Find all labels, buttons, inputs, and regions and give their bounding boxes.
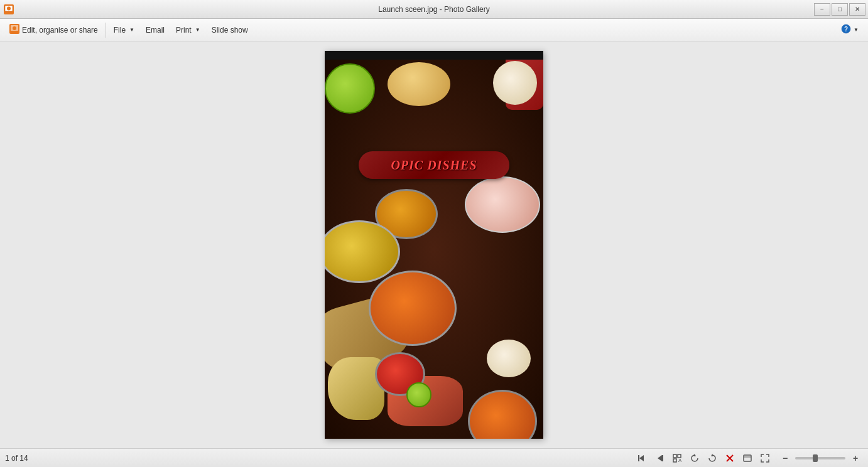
window-controls: − □ ✕	[814, 3, 865, 16]
file-label: File	[114, 26, 126, 35]
rotate-left-button[interactable]	[687, 451, 702, 465]
food-salad	[465, 176, 540, 233]
zoom-slider[interactable]	[795, 457, 845, 459]
prev-icon	[655, 454, 664, 463]
svg-point-3	[7, 6, 11, 10]
rotate-right-button[interactable]	[705, 451, 720, 465]
help-icon: ?	[841, 24, 851, 36]
nav-controls: A	[634, 451, 863, 465]
svg-rect-13	[673, 454, 676, 458]
edit-icon	[9, 24, 19, 36]
zoom-in-button[interactable]: +	[848, 451, 863, 465]
svg-marker-10	[639, 455, 644, 461]
svg-text:A: A	[678, 458, 681, 463]
fullscreen-icon	[761, 454, 769, 463]
fullscreen-button[interactable]	[757, 451, 773, 465]
photo-container: OPIC DISHES	[325, 51, 543, 439]
edit-organise-button[interactable]: Edit, organise or share	[4, 21, 104, 39]
maximize-button[interactable]: □	[832, 3, 848, 16]
minimize-button[interactable]: −	[814, 3, 830, 16]
food-sauce	[487, 340, 531, 377]
auto-arrange-icon: A	[673, 454, 681, 463]
file-button[interactable]: File ▼	[108, 21, 140, 39]
zoom-out-icon: −	[783, 453, 788, 463]
food-chicken	[369, 271, 457, 346]
delete-button[interactable]	[722, 451, 737, 465]
delete-icon	[725, 454, 734, 463]
print-button[interactable]: Print ▼	[170, 21, 206, 39]
rotate-left-icon	[690, 454, 699, 463]
file-dropdown-arrow: ▼	[129, 27, 134, 33]
title-banner: OPIC DISHES	[359, 151, 509, 179]
zoom-controls: − +	[778, 451, 863, 465]
title-bar: Launch sceen.jpg - Photo Gallery − □ ✕	[0, 0, 868, 19]
print-label: Print	[176, 26, 192, 35]
open-viewer-button[interactable]	[740, 451, 755, 465]
main-content: OPIC DISHES	[0, 41, 868, 448]
toolbar: Edit, organise or share File ▼ Email Pri…	[0, 19, 868, 41]
food-teacup	[493, 61, 537, 105]
toolbar-separator-1	[106, 23, 106, 38]
svg-rect-21	[744, 455, 751, 461]
food-photo: OPIC DISHES	[325, 51, 543, 439]
svg-rect-15	[673, 459, 676, 462]
photo-count: 1 of 14	[5, 454, 43, 463]
help-button[interactable]: ? ▼	[835, 21, 864, 39]
svg-marker-11	[658, 455, 662, 461]
app-icon	[4, 4, 14, 14]
slideshow-label: Slide show	[212, 26, 248, 35]
first-photo-button[interactable]	[634, 451, 649, 465]
email-button[interactable]: Email	[140, 21, 170, 39]
close-button[interactable]: ✕	[849, 3, 865, 16]
svg-text:?: ?	[844, 26, 848, 33]
zoom-in-icon: +	[853, 453, 858, 463]
rotate-right-icon	[708, 454, 717, 463]
email-label: Email	[146, 26, 165, 35]
svg-point-6	[13, 26, 16, 30]
edit-organise-label: Edit, organise or share	[22, 26, 98, 35]
food-bread	[388, 62, 450, 106]
zoom-slider-thumb	[813, 454, 818, 462]
photo-top-bar	[325, 51, 543, 60]
slideshow-button[interactable]: Slide show	[206, 21, 254, 39]
prev-photo-button[interactable]	[652, 451, 667, 465]
print-dropdown-arrow: ▼	[195, 27, 200, 33]
first-icon	[637, 454, 646, 463]
zoom-out-button[interactable]: −	[778, 451, 793, 465]
food-lime	[325, 63, 375, 114]
banner-text: OPIC DISHES	[391, 158, 477, 173]
help-dropdown-arrow: ▼	[854, 27, 859, 33]
window-title: Launch sceen.jpg - Photo Gallery	[378, 5, 489, 14]
open-viewer-icon	[743, 454, 752, 463]
status-bar: 1 of 14 A	[0, 448, 868, 467]
auto-arrange-button[interactable]: A	[670, 451, 685, 465]
food-lemon	[406, 382, 431, 407]
